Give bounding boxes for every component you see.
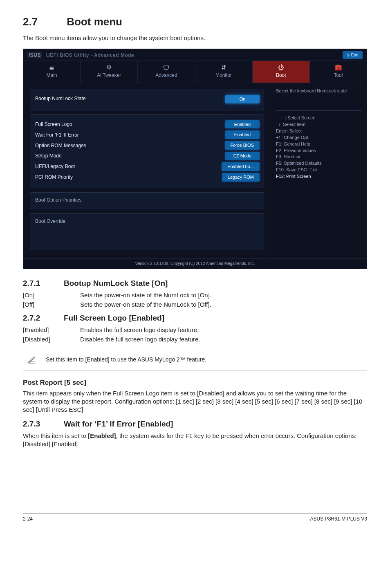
bios-tab-main[interactable]: ≣ Main <box>23 61 81 83</box>
bios-help-keys: →←: Select Screen ↑↓: Select Item Enter:… <box>276 115 362 179</box>
toolbox-icon: 🧰 <box>312 64 365 70</box>
bios-tab-tool[interactable]: 🧰 Tool <box>310 61 367 83</box>
row-value: Enabled <box>225 130 260 139</box>
bios-brand: /SUS UEFI BIOS Utility - Advanced Mode <box>27 52 134 58</box>
row-value: Force BIOS <box>225 141 260 150</box>
note-callout: Set this item to [Enabled] to use the AS… <box>23 349 367 371</box>
note-text: Set this item to [Enabled] to use the AS… <box>46 356 206 364</box>
help-key: F12: Print Screen <box>276 173 362 180</box>
subsection-title: Full Screen Logo [Enabled] <box>64 313 164 323</box>
bios-tab-advanced[interactable]: 🖵 Advanced <box>138 61 195 83</box>
subsection-number: 2.7.2 <box>23 313 56 323</box>
bios-group-boot-override[interactable]: Boot Override <box>30 213 264 250</box>
tab-label: Ai Tweaker <box>97 72 121 78</box>
chip-icon: 🖵 <box>139 64 193 70</box>
subsection-body: When this item is set to [Enabled], the … <box>23 432 367 449</box>
monitor-icon: ⇵ <box>197 64 251 70</box>
group-header: Boot Override <box>35 218 260 224</box>
help-key: +/-: Change Opt. <box>276 135 362 141</box>
help-key: ↑↓: Select Item <box>276 121 362 128</box>
row-value: On <box>225 95 260 103</box>
bios-exit-button[interactable]: ⎋ Exit <box>343 51 363 59</box>
page-footer: 2-24 ASUS P8H61-M PLUS V3 <box>23 514 367 522</box>
power-icon: ⏻ <box>254 64 308 70</box>
help-key: Enter: Select <box>276 128 362 134</box>
row-label: UEFI/Legacy Boot <box>35 163 75 170</box>
bios-footer: Version 2.10.1208. Copyright (C) 2012 Am… <box>23 258 367 269</box>
subsection-2-7-3: 2.7.3 Wait for ‘F1’ If Error [Enabled] <box>23 419 367 429</box>
bios-row-option-rom[interactable]: Option ROM Messages Force BIOS <box>35 141 260 150</box>
section-intro: The Boot menu items allow you to change … <box>23 34 367 42</box>
bios-tab-monitor[interactable]: ⇵ Monitor <box>195 61 253 83</box>
post-report-title: Post Report [5 sec] <box>23 378 367 388</box>
exit-icon: ⎋ <box>347 53 350 57</box>
row-label: Wait For 'F1' If Error <box>35 132 79 138</box>
option-desc: Sets the power-on state of the NumLock t… <box>80 301 367 309</box>
bios-left-pane: Bootup NumLock State On Full Screen Logo… <box>23 83 271 258</box>
subsection-title: Bootup NumLock State [On] <box>64 278 168 289</box>
row-value: Enabled bo... <box>222 162 260 171</box>
body-bold: [Enabled] <box>88 432 116 439</box>
help-key: F2: Previous Values <box>276 148 362 154</box>
bios-tab-ai-tweaker[interactable]: ⚙ Ai Tweaker <box>81 61 138 83</box>
row-label: Full Screen Logo <box>35 121 72 128</box>
help-key: F1: General Help <box>276 141 362 147</box>
bios-brand-text: UEFI BIOS Utility - Advanced Mode <box>46 52 134 58</box>
group-header: Boot Option Priorities <box>35 197 260 203</box>
bios-row-setup-mode[interactable]: Setup Mode EZ Mode <box>35 152 260 160</box>
bios-row-fullscreen-logo[interactable]: Full Screen Logo Enabled <box>35 120 260 129</box>
gear-icon: ⚙ <box>82 64 136 70</box>
option-row: [Disabled] Disables the full screen logo… <box>23 335 367 343</box>
tab-label: Main <box>47 72 57 78</box>
post-report-body: This item appears only when the Full Scr… <box>23 389 367 414</box>
section-heading: 2.7 Boot menu <box>23 15 367 29</box>
row-value: Legacy ROM <box>222 173 260 182</box>
doc-title: ASUS P8H61-M PLUS V3 <box>310 516 367 522</box>
section-title: Boot menu <box>67 16 122 28</box>
option-key: [Off] <box>23 301 80 309</box>
option-key: [Disabled] <box>23 335 80 343</box>
tab-label: Advanced <box>155 72 177 78</box>
row-label: Setup Mode <box>35 153 62 159</box>
help-key: F10: Save ESC: Exit <box>276 167 362 173</box>
help-key: F5: Optimized Defaults <box>276 160 362 166</box>
row-value: EZ Mode <box>225 152 260 160</box>
option-key: [Enabled] <box>23 326 80 334</box>
subsection-title: Wait for ‘F1’ If Error [Enabled] <box>64 419 173 429</box>
bios-row-wait-f1[interactable]: Wait For 'F1' If Error Enabled <box>35 130 260 139</box>
bios-group-numlock: Bootup NumLock State On <box>30 89 264 110</box>
bios-tabs: ≣ Main ⚙ Ai Tweaker 🖵 Advanced ⇵ Monitor… <box>23 61 367 83</box>
bios-titlebar: /SUS UEFI BIOS Utility - Advanced Mode ⎋… <box>23 49 367 61</box>
option-desc: Enables the full screen logo display fea… <box>80 326 367 334</box>
bios-row-uefi-legacy[interactable]: UEFI/Legacy Boot Enabled bo... <box>35 162 260 171</box>
tab-label: Boot <box>276 72 286 78</box>
bios-group-boot-priorities[interactable]: Boot Option Priorities <box>30 192 264 209</box>
page-number: 2-24 <box>23 516 33 522</box>
option-desc: Sets the power-on state of the NumLock t… <box>80 291 367 299</box>
bios-tab-boot[interactable]: ⏻ Boot <box>253 61 310 83</box>
tab-label: Monitor <box>215 72 232 78</box>
bios-logo: /SUS <box>27 52 42 58</box>
note-icon <box>25 354 38 366</box>
row-label: Option ROM Messages <box>35 142 86 149</box>
list-icon: ≣ <box>25 64 78 70</box>
section-number: 2.7 <box>23 15 64 29</box>
help-key: →←: Select Screen <box>276 115 362 121</box>
row-label: Bootup NumLock State <box>35 95 85 102</box>
bios-help-pane: Select the keyboard NumLock state →←: Se… <box>271 83 367 258</box>
subsection-2-7-2: 2.7.2 Full Screen Logo [Enabled] <box>23 313 367 323</box>
bios-group-settings: Full Screen Logo Enabled Wait For 'F1' I… <box>30 114 264 188</box>
subsection-number: 2.7.1 <box>23 278 56 289</box>
option-row: [Off] Sets the power-on state of the Num… <box>23 301 367 309</box>
option-row: [On] Sets the power-on state of the NumL… <box>23 291 367 299</box>
bios-exit-label: Exit <box>351 52 359 58</box>
bios-row-numlock[interactable]: Bootup NumLock State On <box>35 94 260 103</box>
subsection-number: 2.7.3 <box>23 419 56 429</box>
subsection-2-7-1: 2.7.1 Bootup NumLock State [On] <box>23 278 367 289</box>
help-key: F3: Shortcut <box>276 154 362 160</box>
option-desc: Disables the full screen logo display fe… <box>80 335 367 343</box>
option-key: [On] <box>23 291 80 299</box>
option-row: [Enabled] Enables the full screen logo d… <box>23 326 367 334</box>
bios-screenshot: /SUS UEFI BIOS Utility - Advanced Mode ⎋… <box>23 49 367 269</box>
bios-row-pci-rom[interactable]: PCI ROM Priority Legacy ROM <box>35 173 260 182</box>
